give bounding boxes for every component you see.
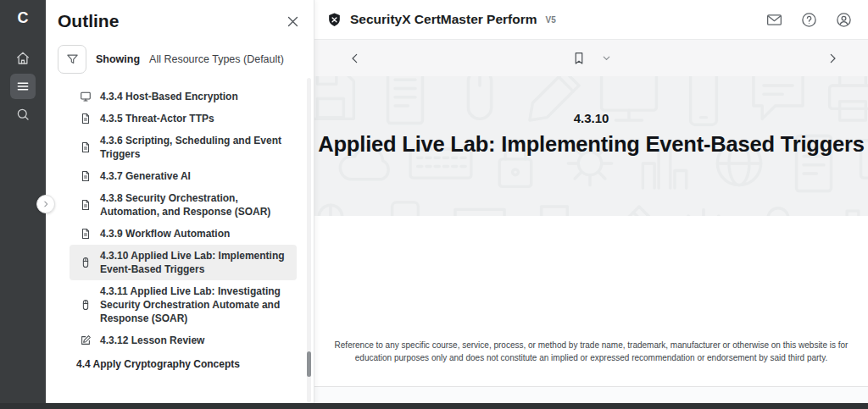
lesson-banner: 4.3.10 Applied Live Lab: Implementing Ev… bbox=[314, 76, 868, 216]
previous-lesson-button[interactable] bbox=[345, 48, 365, 69]
chevron-right-icon bbox=[42, 200, 50, 208]
close-outline-button[interactable] bbox=[286, 14, 300, 29]
outline-scrollbar-track bbox=[307, 78, 311, 402]
mouse-icon bbox=[80, 299, 92, 311]
account-button[interactable] bbox=[833, 9, 854, 30]
bookmark-group bbox=[570, 49, 614, 68]
product-brand: SecurityX CertMaster Perform V5 bbox=[326, 12, 556, 28]
bookmark-icon bbox=[571, 51, 587, 66]
bookmark-menu-button[interactable] bbox=[599, 51, 614, 65]
search-icon bbox=[15, 107, 31, 122]
lesson-title: Applied Live Lab: Implementing Event-Bas… bbox=[318, 132, 864, 157]
document-icon bbox=[80, 113, 92, 124]
product-version: V5 bbox=[546, 15, 556, 25]
outline-item[interactable]: 4.3.10 Applied Live Lab: Implementing Ev… bbox=[70, 245, 297, 280]
showing-label: Showing bbox=[96, 53, 140, 65]
filter-row: Showing All Resource Types (Default) bbox=[58, 45, 314, 74]
outline-item[interactable]: 4.3.12 Lesson Review bbox=[70, 329, 297, 351]
document-icon bbox=[80, 199, 92, 211]
app-window: C Outline bbox=[0, 0, 868, 409]
app-logo: C bbox=[18, 9, 29, 27]
help-button[interactable] bbox=[798, 9, 820, 30]
outline-title: Outline bbox=[58, 11, 119, 31]
filter-value: All Resource Types (Default) bbox=[149, 53, 284, 65]
chevron-right-icon bbox=[826, 52, 839, 65]
chevron-left-icon bbox=[348, 52, 362, 65]
gear-doodle-icon bbox=[669, 196, 738, 216]
chat-doodle-icon bbox=[445, 196, 515, 216]
mouse-icon bbox=[80, 257, 92, 268]
doc-doodle-icon bbox=[370, 76, 440, 130]
monitor-icon bbox=[80, 91, 92, 102]
next-lesson-button[interactable] bbox=[822, 48, 843, 69]
outline-item[interactable]: 4.3.7 Generative AI bbox=[70, 165, 297, 187]
help-icon bbox=[800, 11, 818, 29]
lesson-body: Reference to any specific course, servic… bbox=[314, 216, 868, 386]
outline-header: Outline bbox=[46, 0, 314, 31]
mouse-doodle-icon bbox=[314, 196, 365, 216]
document-icon bbox=[80, 228, 92, 240]
lock-doodle-icon bbox=[743, 196, 813, 216]
user-icon bbox=[835, 11, 853, 29]
menu-icon bbox=[15, 79, 31, 94]
outline-item-label: 4.3.10 Applied Live Lab: Implementing Ev… bbox=[100, 249, 287, 276]
printer-doodle-icon bbox=[520, 196, 589, 216]
chevron-down-icon bbox=[601, 53, 612, 64]
bottom-bar bbox=[0, 403, 868, 409]
outline-item-label: 4.3.6 Scripting, Scheduling and Event Tr… bbox=[100, 134, 287, 161]
outline-item-label: 4.3.4 Host-Based Encryption bbox=[100, 90, 287, 103]
sidebar-home-button[interactable] bbox=[10, 46, 36, 71]
sidebar-nav bbox=[10, 46, 36, 127]
chart-doodle-icon bbox=[818, 196, 868, 216]
outline-item[interactable]: 4.3.8 Security Orchestration, Automation… bbox=[70, 187, 297, 223]
filter-funnel-icon bbox=[65, 53, 80, 67]
outline-item-label: 4.3.7 Generative AI bbox=[100, 169, 287, 183]
outline-next-section: 4.4 Apply Cryptography Concepts bbox=[76, 358, 314, 370]
outline-panel: Outline Showing All Resource Types (Defa… bbox=[46, 0, 314, 409]
printer-doodle-icon bbox=[818, 76, 868, 130]
filter-button[interactable] bbox=[58, 45, 86, 74]
pencil-doodle-icon bbox=[594, 196, 664, 216]
lesson-number: 4.3.10 bbox=[574, 111, 609, 125]
outline-item[interactable]: 4.3.9 Workflow Automation bbox=[70, 223, 297, 245]
outline-item[interactable]: 4.3.5 Threat-Actor TTPs bbox=[70, 108, 297, 130]
outline-item[interactable]: 4.3.11 Applied Live Lab: Investigating S… bbox=[70, 280, 297, 329]
outline-scrollbar-thumb[interactable] bbox=[307, 351, 311, 377]
outline-item-label: 4.3.8 Security Orchestration, Automation… bbox=[100, 191, 287, 218]
collapse-outline-button[interactable] bbox=[36, 195, 55, 213]
phone-doodle-icon bbox=[669, 76, 738, 130]
envelope-icon bbox=[765, 11, 783, 29]
mouse-doodle-icon bbox=[445, 76, 515, 130]
edit-icon bbox=[80, 334, 92, 346]
chat-doodle-icon bbox=[743, 76, 813, 130]
outline-item-label: 4.3.5 Threat-Actor TTPs bbox=[100, 112, 287, 125]
product-header: SecurityX CertMaster Perform V5 bbox=[314, 0, 868, 40]
outline-item-label: 4.3.11 Applied Live Lab: Investigating S… bbox=[100, 285, 287, 325]
shield-logo-icon bbox=[326, 12, 342, 28]
close-icon bbox=[286, 14, 300, 29]
product-name: SecurityX CertMaster Perform bbox=[350, 12, 537, 27]
sidebar-outline-button[interactable] bbox=[10, 74, 36, 99]
floppy-doodle-icon bbox=[314, 76, 365, 130]
messages-button[interactable] bbox=[764, 9, 785, 30]
lesson-toolbar bbox=[314, 40, 868, 76]
outline-item[interactable]: 4.3.6 Scripting, Scheduling and Event Tr… bbox=[70, 130, 297, 165]
document-icon bbox=[80, 170, 92, 182]
bookmark-button[interactable] bbox=[570, 49, 588, 68]
disclaimer-text: Reference to any specific course, servic… bbox=[327, 340, 856, 364]
sidebar-search-button[interactable] bbox=[10, 102, 36, 127]
main-content: SecurityX CertMaster Perform V5 bbox=[314, 0, 868, 409]
header-actions bbox=[764, 9, 854, 30]
document-icon bbox=[80, 141, 92, 153]
outline-item-label: 4.3.12 Lesson Review bbox=[100, 334, 287, 347]
outline-item[interactable]: 4.3.4 Host-Based Encryption bbox=[70, 86, 297, 108]
outline-item-label: 4.3.9 Workflow Automation bbox=[100, 227, 287, 240]
outline-list: 4.3.4 Host-Based Encryption4.3.5 Threat-… bbox=[46, 86, 314, 351]
phone-doodle-icon bbox=[370, 196, 440, 216]
home-icon bbox=[15, 51, 31, 66]
